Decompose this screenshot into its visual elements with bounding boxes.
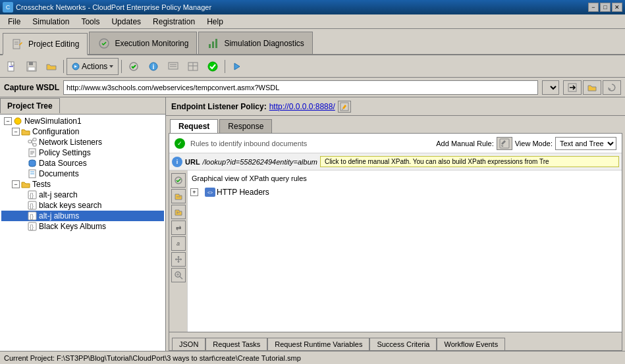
left-panel: Project Tree − NewSimulation1 − Configur… [0, 97, 166, 351]
capture-wsdl-input[interactable] [63, 80, 538, 95]
tool-btn-2[interactable]: i [144, 58, 163, 75]
tree-node-altj-albums[interactable]: {} alt-j albums [1, 211, 164, 221]
svg-rect-11 [28, 67, 35, 70]
open-button[interactable] [42, 58, 61, 75]
minimize-button[interactable]: − [588, 3, 599, 12]
tab-execution-monitoring[interactable]: Execution Monitoring [89, 32, 197, 54]
menu-file[interactable]: File [3, 16, 26, 28]
tree-node-policy-settings[interactable]: Policy Settings [1, 147, 164, 158]
side-btn-a[interactable]: a [171, 236, 186, 251]
menu-help[interactable]: Help [202, 16, 229, 28]
save-button[interactable] [22, 58, 41, 75]
capture-wsdl-dropdown[interactable] [542, 80, 559, 95]
tool-btn-1[interactable] [124, 58, 143, 75]
documents-icon [28, 169, 37, 178]
maximize-button[interactable]: □ [600, 3, 611, 12]
nav-forward-button[interactable] [228, 58, 246, 75]
node-label: Tests [32, 180, 51, 189]
rules-status-indicator: ✓ [175, 138, 185, 149]
tree-node-altj-search[interactable]: {} alt-j search [1, 190, 164, 200]
tool-btn-4[interactable] [184, 58, 202, 75]
svg-rect-27 [33, 143, 36, 146]
tool-btn-3[interactable] [164, 58, 182, 75]
app-icon: C [3, 2, 13, 13]
tab-response[interactable]: Response [219, 119, 272, 133]
tab-success-criteria[interactable]: Success Criteria [369, 338, 437, 350]
svg-rect-10 [29, 62, 33, 65]
tree-node-documents[interactable]: Documents [1, 169, 164, 179]
tool-btn-check[interactable] [204, 58, 222, 75]
svg-line-29 [32, 142, 33, 145]
side-btn-3[interactable] [171, 205, 186, 219]
side-btn-1[interactable] [171, 173, 186, 188]
node-label: Documents [39, 169, 79, 178]
svg-rect-6 [215, 39, 217, 48]
expand-icon[interactable]: − [4, 117, 12, 125]
title-bar-content: C Crosscheck Networks - CloudPort Enterp… [3, 2, 211, 13]
node-label: Configuration [32, 127, 79, 136]
request-response-tabs: Request Response [166, 116, 625, 133]
node-expand-icon[interactable]: + [190, 188, 198, 196]
http-headers-node[interactable]: + <> HTTP Headers [190, 186, 619, 198]
side-btn-zoom[interactable] [171, 268, 186, 282]
capture-wsdl-row: Capture WSDL [0, 78, 625, 97]
tab-request-runtime-variables[interactable]: Request Runtime Variables [267, 338, 369, 350]
svg-text:{}: {} [30, 213, 34, 220]
svg-rect-25 [28, 140, 32, 143]
new-button[interactable] [3, 58, 21, 75]
svg-point-24 [14, 118, 21, 124]
folder-icon [21, 127, 30, 136]
capture-wsdl-folder-button[interactable] [583, 80, 601, 95]
side-btn-arrows[interactable]: ⇄ [171, 221, 186, 235]
actions-button[interactable]: Actions [67, 58, 119, 75]
tab-request[interactable]: Request [170, 119, 218, 133]
tree-node-network-listeners[interactable]: Network Listeners [1, 137, 164, 147]
capture-wsdl-go-button[interactable] [563, 80, 582, 95]
execution-monitoring-icon [97, 37, 111, 50]
menu-registration[interactable]: Registration [148, 16, 200, 28]
endpoint-edit-button[interactable] [338, 101, 351, 113]
url-label: URL [185, 158, 200, 166]
svg-text:{}: {} [30, 224, 34, 230]
tab-json[interactable]: JSON [172, 338, 205, 350]
tree-node-configuration[interactable]: − Configuration [1, 126, 164, 137]
tab-request-tasks[interactable]: Request Tasks [205, 338, 267, 350]
tab-simulation-diagnostics[interactable]: Simulation Diagnostics [198, 32, 312, 54]
side-btn-2[interactable] [171, 189, 186, 203]
tree-node-data-sources[interactable]: Data Sources [1, 158, 164, 169]
side-btn-move[interactable] [171, 252, 186, 267]
tab-workflow-events[interactable]: Workflow Events [437, 338, 505, 350]
tree-node-blackkeys-albums[interactable]: {} Black Keys Albums [1, 221, 164, 232]
graphical-view-area: Graphical view of XPath query rules + <>… [188, 170, 622, 332]
expand-icon[interactable]: − [12, 180, 20, 188]
project-tree-area: − NewSimulation1 − Configuration [0, 115, 165, 351]
project-tree-tab[interactable]: Project Tree [0, 98, 60, 113]
rule-hint-tooltip[interactable]: Click to define manual XPath. You can al… [320, 156, 619, 167]
tree-node-tests[interactable]: − Tests [1, 179, 164, 190]
graphical-view-label: Graphical view of XPath query rules [190, 173, 619, 184]
simulation-diagnostics-icon [207, 37, 220, 50]
test-icon: {} [28, 190, 37, 199]
add-manual-rule-button[interactable] [497, 137, 512, 150]
separator-2 [121, 60, 122, 73]
separator-1 [63, 60, 64, 73]
tree-node-newsimulation1[interactable]: − NewSimulation1 [1, 116, 164, 126]
expand-icon[interactable]: − [12, 128, 20, 136]
actions-label: Actions [82, 62, 107, 71]
node-label: Black Keys Albums [39, 222, 106, 231]
capture-wsdl-refresh-button[interactable] [603, 80, 621, 95]
right-panel: Endpoint Listener Policy: http://0.0.0.0… [166, 97, 625, 351]
svg-rect-4 [209, 44, 211, 48]
http-headers-label: HTTP Headers [217, 188, 269, 197]
close-button[interactable]: ✕ [612, 3, 622, 12]
menu-tools[interactable]: Tools [76, 16, 105, 28]
menu-updates[interactable]: Updates [106, 16, 146, 28]
view-mode-select[interactable]: Text and Tree Text Only Tree Only [555, 137, 616, 150]
datasource-icon [28, 159, 37, 168]
tree-node-blackkeys-search[interactable]: {} black keys search [1, 200, 164, 211]
endpoint-row: Endpoint Listener Policy: http://0.0.0.0… [166, 97, 625, 116]
menu-simulation[interactable]: Simulation [27, 16, 74, 28]
network-icon [28, 138, 37, 147]
tab-project-editing[interactable]: Project Editing [3, 33, 88, 55]
endpoint-url[interactable]: http://0.0.0.0:8888/ [269, 102, 335, 111]
